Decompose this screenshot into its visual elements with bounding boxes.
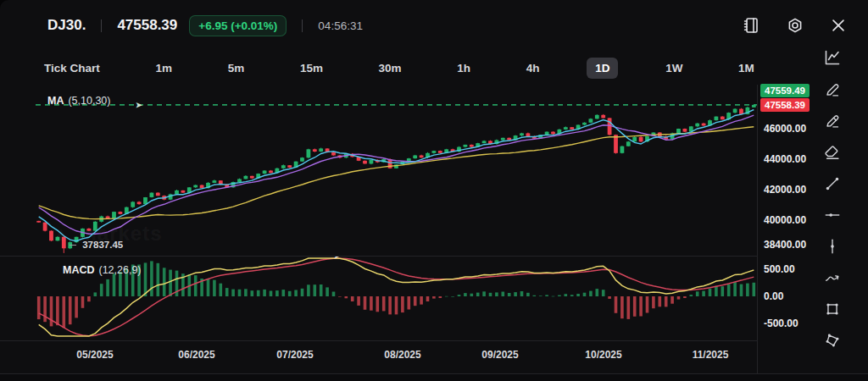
price-axis-border — [757, 85, 758, 373]
pencil-tool-button[interactable] — [823, 80, 842, 99]
header-actions — [741, 0, 848, 51]
eraser-icon — [823, 143, 842, 162]
settings-button[interactable] — [785, 15, 805, 36]
divider — [101, 19, 102, 32]
month-label: 07/2025 — [276, 349, 313, 361]
tab-1m[interactable]: 1m — [147, 58, 181, 79]
tab-15m[interactable]: 15m — [292, 58, 331, 79]
polygon-tool-button[interactable] — [823, 331, 842, 350]
tab-1w[interactable]: 1W — [657, 58, 691, 79]
journal-button[interactable] — [741, 15, 761, 36]
macd-tick: 500.00 — [764, 263, 795, 275]
svg-text:➤: ➤ — [136, 101, 142, 109]
tab-1h[interactable]: 1h — [448, 58, 479, 79]
tab-1d[interactable]: 1D — [587, 58, 618, 79]
horizontal-ray-tool-button[interactable] — [823, 206, 842, 224]
tab-1m-month[interactable]: 1M — [730, 58, 763, 79]
session-low-label: 37837.45 — [70, 240, 123, 250]
macd-tick: 0.00 — [764, 290, 783, 302]
macd-params: (12,26,9) — [99, 264, 142, 276]
rectangle-icon — [823, 300, 842, 318]
header: DJ30. 47558.39 +6.95 (+0.01%) 04:56:31 — [0, 0, 868, 51]
month-label: 09/2025 — [481, 349, 518, 361]
pencil-alt-icon — [823, 112, 842, 130]
wave-arrow-tool-button[interactable] — [823, 268, 842, 287]
trading-app: DJ30. 47558.39 +6.95 (+0.01%) 04:56:31 — [0, 0, 868, 381]
close-icon — [829, 16, 848, 35]
line-chart-tool-button[interactable] — [822, 47, 843, 68]
timeframe-bar: Tick Chart 1m 5m 15m 30m 1h 4h 1D 1W 1M — [36, 51, 763, 85]
journal-icon — [741, 15, 761, 36]
rectangle-tool-button[interactable] — [823, 300, 842, 318]
tab-4h[interactable]: 4h — [518, 58, 548, 79]
close-button[interactable] — [829, 16, 848, 35]
vertical-line-icon — [823, 237, 842, 256]
vertical-line-tool-button[interactable] — [823, 237, 842, 256]
pencil-icon — [823, 80, 842, 99]
last-price: 47558.39 — [117, 17, 177, 34]
macd-chart[interactable]: ➤ — [36, 257, 757, 338]
settings-icon — [785, 15, 805, 36]
month-label: 08/2025 — [384, 349, 420, 361]
session-clock: 04:56:31 — [318, 19, 363, 32]
tab-30m[interactable]: 30m — [370, 58, 410, 79]
change-badge: +6.95 (+0.01%) — [189, 15, 287, 36]
wave-arrow-icon — [823, 268, 842, 287]
divider — [302, 19, 303, 32]
macd-indicator-label: MACD(12,26,9) — [63, 264, 142, 276]
macd-tick: -500.00 — [764, 318, 798, 329]
ma-indicator-label: MA(5,10,30) — [47, 95, 110, 107]
axis-divider — [0, 340, 757, 341]
drawing-toolbar — [797, 47, 868, 350]
polygon-icon — [823, 331, 842, 350]
horizontal-ray-icon — [823, 206, 842, 224]
trend-line-tool-button[interactable] — [823, 174, 842, 193]
pencil-alt-tool-button[interactable] — [823, 112, 842, 130]
symbol-name: DJ30. — [47, 17, 86, 34]
eraser-tool-button[interactable] — [823, 143, 842, 162]
svg-text:➤: ➤ — [334, 257, 341, 260]
tab-tick-chart[interactable]: Tick Chart — [36, 58, 108, 79]
bottom-strip — [0, 374, 868, 381]
tab-5m[interactable]: 5m — [220, 58, 253, 79]
line-chart-icon — [822, 47, 843, 68]
month-label: 06/2025 — [178, 349, 214, 361]
ma-name: MA — [47, 95, 64, 107]
ma-params: (5,10,30) — [68, 95, 110, 107]
macd-name: MACD — [63, 264, 95, 276]
month-label: 05/2025 — [76, 349, 113, 361]
month-label: 11/2025 — [693, 349, 729, 361]
trend-line-icon — [823, 174, 842, 193]
month-label: 10/2025 — [585, 349, 621, 361]
